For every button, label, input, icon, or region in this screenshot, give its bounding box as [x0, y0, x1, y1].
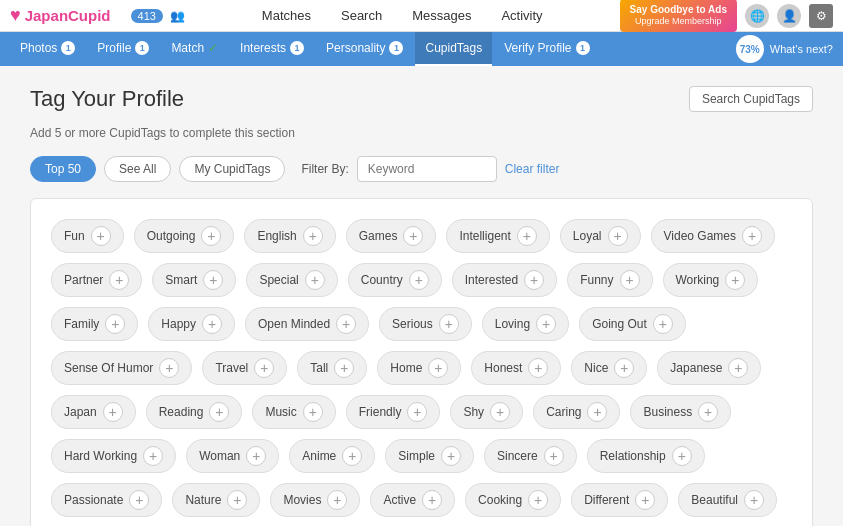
tag-add-icon[interactable]: +: [103, 402, 123, 422]
tag-add-icon[interactable]: +: [246, 446, 266, 466]
nav-match[interactable]: Match ✓: [161, 32, 228, 66]
tag-item[interactable]: Sincere+: [484, 439, 577, 473]
tag-item[interactable]: Funny+: [567, 263, 652, 297]
nav-messages[interactable]: Messages: [412, 8, 471, 23]
tag-add-icon[interactable]: +: [143, 446, 163, 466]
tag-item[interactable]: Fun+: [51, 219, 124, 253]
tag-item[interactable]: Sense Of Humor+: [51, 351, 192, 385]
nav-matches[interactable]: Matches: [262, 8, 311, 23]
tag-item[interactable]: Cooking+: [465, 483, 561, 517]
tag-add-icon[interactable]: +: [409, 270, 429, 290]
tag-add-icon[interactable]: +: [203, 270, 223, 290]
tag-add-icon[interactable]: +: [407, 402, 427, 422]
avatar[interactable]: 👤: [777, 4, 801, 28]
tag-add-icon[interactable]: +: [614, 358, 634, 378]
tag-item[interactable]: Japan+: [51, 395, 136, 429]
tag-add-icon[interactable]: +: [653, 314, 673, 334]
tag-add-icon[interactable]: +: [544, 446, 564, 466]
tag-add-icon[interactable]: +: [227, 490, 247, 510]
nav-photos[interactable]: Photos 1: [10, 32, 85, 66]
notification-count[interactable]: 413: [131, 9, 163, 23]
tag-add-icon[interactable]: +: [422, 490, 442, 510]
tag-item[interactable]: Nice+: [571, 351, 647, 385]
tag-item[interactable]: Open Minded+: [245, 307, 369, 341]
tag-add-icon[interactable]: +: [105, 314, 125, 334]
tag-item[interactable]: Loyal+: [560, 219, 641, 253]
tag-add-icon[interactable]: +: [159, 358, 179, 378]
tag-add-icon[interactable]: +: [305, 270, 325, 290]
tag-add-icon[interactable]: +: [536, 314, 556, 334]
tag-add-icon[interactable]: +: [517, 226, 537, 246]
tag-add-icon[interactable]: +: [202, 314, 222, 334]
tag-add-icon[interactable]: +: [403, 226, 423, 246]
nav-cupidtags[interactable]: CupidTags: [415, 32, 492, 66]
tag-add-icon[interactable]: +: [698, 402, 718, 422]
tag-item[interactable]: Outgoing+: [134, 219, 235, 253]
tag-add-icon[interactable]: +: [327, 490, 347, 510]
tab-see-all[interactable]: See All: [104, 156, 171, 182]
tag-add-icon[interactable]: +: [334, 358, 354, 378]
tag-item[interactable]: Business+: [630, 395, 731, 429]
tag-add-icon[interactable]: +: [524, 270, 544, 290]
tag-item[interactable]: Family+: [51, 307, 138, 341]
tag-item[interactable]: Reading+: [146, 395, 243, 429]
tag-item[interactable]: Movies+: [270, 483, 360, 517]
tag-item[interactable]: Intelligent+: [446, 219, 549, 253]
tag-item[interactable]: Travel+: [202, 351, 287, 385]
tag-add-icon[interactable]: +: [439, 314, 459, 334]
tag-item[interactable]: Home+: [377, 351, 461, 385]
whats-next-label[interactable]: What's next?: [770, 43, 833, 55]
tag-add-icon[interactable]: +: [528, 490, 548, 510]
tag-item[interactable]: Nature+: [172, 483, 260, 517]
tag-add-icon[interactable]: +: [336, 314, 356, 334]
tag-item[interactable]: Working+: [663, 263, 759, 297]
tag-item[interactable]: Japanese+: [657, 351, 761, 385]
tag-add-icon[interactable]: +: [109, 270, 129, 290]
tag-add-icon[interactable]: +: [725, 270, 745, 290]
tag-add-icon[interactable]: +: [129, 490, 149, 510]
tag-item[interactable]: Friendly+: [346, 395, 441, 429]
tag-item[interactable]: Woman+: [186, 439, 279, 473]
tag-item[interactable]: Tall+: [297, 351, 367, 385]
tag-item[interactable]: Relationship+: [587, 439, 705, 473]
tag-add-icon[interactable]: +: [728, 358, 748, 378]
tag-item[interactable]: Music+: [252, 395, 335, 429]
tag-item[interactable]: Shy+: [450, 395, 523, 429]
settings-icon[interactable]: ⚙: [809, 4, 833, 28]
tag-add-icon[interactable]: +: [587, 402, 607, 422]
tag-add-icon[interactable]: +: [342, 446, 362, 466]
tag-item[interactable]: Special+: [246, 263, 337, 297]
tab-my-cupidtags[interactable]: My CupidTags: [179, 156, 285, 182]
tag-item[interactable]: Loving+: [482, 307, 569, 341]
tag-add-icon[interactable]: +: [254, 358, 274, 378]
tag-item[interactable]: Hard Working+: [51, 439, 176, 473]
logo[interactable]: ♥ JapanCupid: [10, 5, 111, 26]
tag-item[interactable]: Serious+: [379, 307, 472, 341]
tag-item[interactable]: Happy+: [148, 307, 235, 341]
tag-item[interactable]: Simple+: [385, 439, 474, 473]
tag-add-icon[interactable]: +: [608, 226, 628, 246]
tag-add-icon[interactable]: +: [209, 402, 229, 422]
tag-add-icon[interactable]: +: [672, 446, 692, 466]
tag-item[interactable]: Caring+: [533, 395, 620, 429]
tag-add-icon[interactable]: +: [490, 402, 510, 422]
tab-top50[interactable]: Top 50: [30, 156, 96, 182]
tag-item[interactable]: Smart+: [152, 263, 236, 297]
nav-personality[interactable]: Personality 1: [316, 32, 413, 66]
tag-item[interactable]: Anime+: [289, 439, 375, 473]
tag-item[interactable]: Games+: [346, 219, 437, 253]
tag-item[interactable]: Honest+: [471, 351, 561, 385]
tag-item[interactable]: Different+: [571, 483, 668, 517]
keyword-input[interactable]: [357, 156, 497, 182]
upgrade-button[interactable]: Say Goodbye to Ads Upgrade Membership: [620, 0, 737, 32]
tag-add-icon[interactable]: +: [201, 226, 221, 246]
nav-activity[interactable]: Activity: [501, 8, 542, 23]
nav-search[interactable]: Search: [341, 8, 382, 23]
tag-add-icon[interactable]: +: [303, 402, 323, 422]
search-cupidtags-button[interactable]: Search CupidTags: [689, 86, 813, 112]
nav-verify-profile[interactable]: Verify Profile 1: [494, 32, 599, 66]
tag-add-icon[interactable]: +: [428, 358, 448, 378]
tag-add-icon[interactable]: +: [91, 226, 111, 246]
tag-item[interactable]: Active+: [370, 483, 455, 517]
tag-add-icon[interactable]: +: [620, 270, 640, 290]
